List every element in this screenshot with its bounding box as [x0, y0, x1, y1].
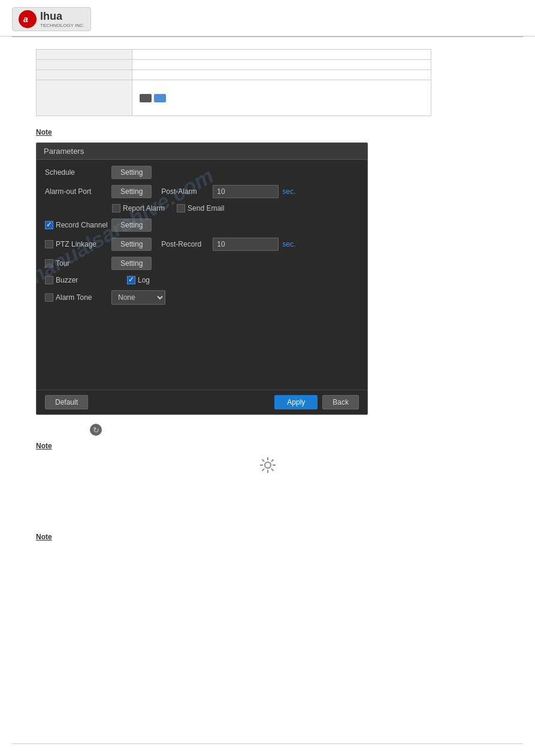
back-button[interactable]: Back [322, 395, 359, 409]
table-cell-label [37, 80, 132, 116]
table-row [37, 50, 431, 60]
logo: a lhua TECHNOLOGY INC. [12, 7, 91, 31]
refresh-icon[interactable]: ↻ [90, 424, 102, 436]
dialog-title: Parameters [37, 143, 367, 160]
svg-line-8 [271, 469, 274, 471]
toggle-off[interactable] [140, 94, 152, 102]
gear-icon-area [36, 456, 499, 474]
svg-line-9 [271, 460, 274, 462]
tour-setting-button[interactable]: Setting [111, 257, 152, 270]
note-label-2: Note [36, 442, 499, 450]
alarm-out-label: Alarm-out Port [45, 187, 108, 196]
refresh-area: ↻ [90, 424, 499, 436]
logo-box: a lhua TECHNOLOGY INC. [12, 7, 91, 31]
page-header: a lhua TECHNOLOGY INC. [0, 0, 535, 37]
apply-button[interactable]: Apply [274, 395, 318, 409]
record-channel-checkbox[interactable] [45, 221, 53, 229]
post-record-input[interactable] [213, 238, 279, 251]
schedule-setting-button[interactable]: Setting [111, 166, 152, 179]
table-cell-value [132, 60, 431, 70]
report-alarm-label[interactable]: Report Alarm [112, 204, 165, 212]
tour-label-check[interactable]: Tour [45, 259, 108, 268]
default-button[interactable]: Default [45, 395, 88, 409]
alarm-out-setting-button[interactable]: Setting [111, 185, 152, 198]
record-channel-row: Record Channel Setting [45, 218, 359, 232]
toggle-on[interactable] [154, 94, 166, 102]
post-record-label: Post-Record [161, 240, 209, 248]
main-content: Note Parameters Schedule Setting Alarm-o… [0, 37, 535, 627]
svg-line-10 [262, 469, 264, 471]
dialog-footer: Default Apply Back [37, 390, 367, 414]
alarm-tone-label-check[interactable]: Alarm Tone [45, 293, 108, 302]
table-cell-value [132, 70, 431, 80]
post-alarm-unit: sec. [282, 187, 295, 196]
table-row [37, 80, 431, 116]
alarm-tone-checkbox[interactable] [45, 293, 53, 302]
ptz-linkage-setting-button[interactable]: Setting [111, 238, 152, 251]
table-cell-value [132, 50, 431, 60]
table-cell-label [37, 70, 132, 80]
report-alarm-checkbox[interactable] [112, 204, 120, 212]
table-cell-label [37, 50, 132, 60]
buzzer-checkbox[interactable] [45, 276, 53, 284]
alarm-tone-select[interactable]: None [111, 290, 165, 305]
buzzer-label-check[interactable]: Buzzer [45, 276, 108, 284]
dialog-body: Schedule Setting Alarm-out Port Setting … [37, 160, 367, 390]
buzzer-log-row: Buzzer Log [45, 276, 359, 284]
ptz-linkage-checkbox[interactable] [45, 240, 53, 248]
post-alarm-label: Post-Alarm [161, 187, 209, 196]
note-label-1: Note [36, 128, 499, 136]
schedule-label: Schedule [45, 168, 108, 177]
ptz-linkage-row: PTZ Linkage Setting Post-Record sec. [45, 238, 359, 251]
note-label-3: Note [36, 533, 499, 541]
table-row [37, 70, 431, 80]
bottom-line [12, 743, 523, 744]
logo-icon: a [19, 10, 37, 28]
brand-name: lhua [40, 10, 62, 22]
alarm-out-row: Alarm-out Port Setting Post-Alarm sec. [45, 185, 359, 198]
table-row [37, 60, 431, 70]
send-email-label[interactable]: Send Email [177, 204, 224, 212]
tour-checkbox[interactable] [45, 259, 53, 268]
gear-icon [259, 456, 277, 474]
tour-row: Tour Setting [45, 257, 359, 270]
post-record-unit: sec. [282, 240, 295, 248]
brand-tagline: TECHNOLOGY INC. [40, 23, 84, 28]
report-alarm-row: Report Alarm Send Email [112, 204, 359, 212]
alarm-tone-row: Alarm Tone None [45, 290, 359, 305]
record-channel-setting-button[interactable]: Setting [111, 218, 152, 232]
svg-point-2 [265, 462, 271, 468]
table-cell-toggle [132, 80, 431, 116]
record-channel-label-check[interactable]: Record Channel [45, 221, 108, 229]
table-cell-label [37, 60, 132, 70]
svg-line-7 [262, 460, 264, 462]
svg-text:a: a [23, 14, 28, 24]
log-checkbox[interactable] [127, 276, 135, 284]
schedule-row: Schedule Setting [45, 166, 359, 179]
send-email-checkbox[interactable] [177, 204, 185, 212]
ptz-linkage-label-check[interactable]: PTZ Linkage [45, 240, 108, 248]
parameters-dialog: Parameters Schedule Setting Alarm-out Po… [36, 142, 368, 415]
post-alarm-input[interactable] [213, 185, 279, 198]
info-table [36, 49, 431, 116]
log-label-check[interactable]: Log [127, 276, 150, 284]
